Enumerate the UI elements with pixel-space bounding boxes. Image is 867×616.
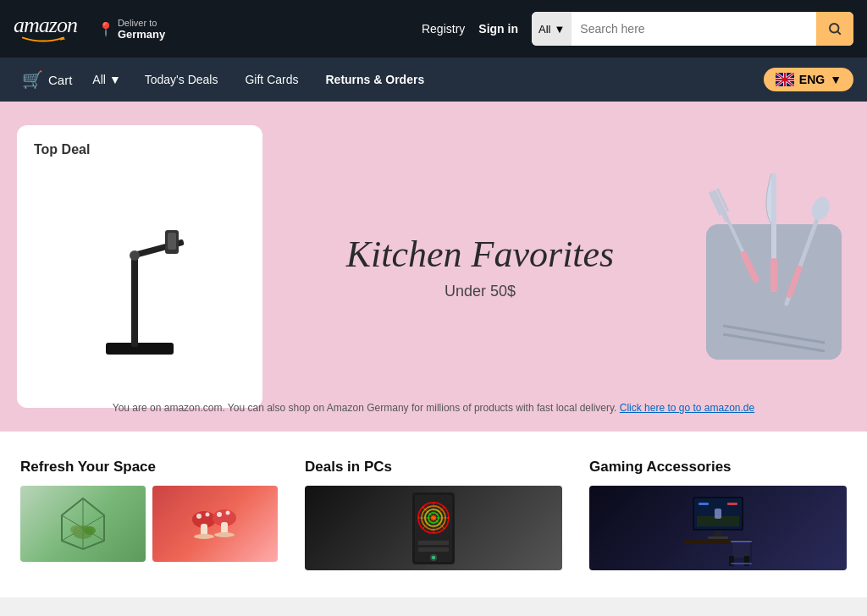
- svg-rect-77: [744, 556, 749, 566]
- search-category-label: All: [538, 23, 550, 36]
- svg-rect-76: [729, 556, 734, 566]
- search-icon: [827, 21, 842, 36]
- phone-stand-image: [34, 168, 246, 391]
- phone-stand-svg: [80, 195, 199, 364]
- todays-deals-link[interactable]: Today's Deals: [133, 73, 230, 86]
- svg-rect-13: [131, 254, 138, 347]
- svg-point-1: [830, 24, 839, 33]
- svg-rect-41: [201, 524, 207, 536]
- kitchen-title: Kitchen Favorites: [346, 233, 615, 276]
- all-chevron: ▼: [109, 73, 121, 86]
- svg-point-62: [432, 556, 435, 559]
- language-button[interactable]: ENG ▼: [764, 68, 853, 91]
- refresh-space-title: Refresh Your Space: [20, 459, 278, 476]
- svg-point-43: [217, 512, 222, 517]
- svg-rect-25: [770, 258, 777, 292]
- secondary-navigation: 🛒 Cart All ▼ Today's Deals Gift Cards Re…: [0, 58, 867, 102]
- svg-point-44: [226, 511, 230, 515]
- gift-cards-link[interactable]: Gift Cards: [233, 73, 310, 86]
- kitchen-subtitle: Under 50$: [445, 283, 516, 300]
- terrarium-image: [20, 486, 146, 562]
- cart-label: Cart: [48, 73, 72, 87]
- search-bar: All ▼: [532, 12, 853, 46]
- cart-button[interactable]: 🛒 Cart: [14, 69, 80, 90]
- location-icon: 📍: [97, 21, 114, 37]
- svg-rect-12: [106, 343, 174, 355]
- deliver-to-label: Deliver to: [118, 18, 165, 28]
- mushroom-cups-image: [152, 486, 278, 562]
- svg-rect-16: [168, 233, 176, 250]
- registry-link[interactable]: Registry: [422, 22, 465, 36]
- deliver-location: Germany: [118, 28, 165, 41]
- amazon-logo-area[interactable]: amazon: [14, 14, 77, 43]
- all-label: All: [92, 73, 106, 86]
- deals-pcs-title: Deals in PCs: [305, 459, 562, 476]
- svg-rect-75: [732, 542, 750, 558]
- gaming-accessories-title: Gaming Accessories: [589, 459, 847, 476]
- all-dropdown-button[interactable]: All ▼: [84, 73, 129, 86]
- signin-link[interactable]: Sign in: [478, 22, 518, 36]
- svg-point-40: [206, 513, 210, 517]
- svg-rect-70: [715, 509, 721, 519]
- gaming-accessories-card[interactable]: Gaming Accessories: [583, 452, 853, 577]
- search-category-chevron: ▼: [554, 23, 565, 36]
- deliver-text: Deliver to Germany: [118, 18, 165, 41]
- top-deal-label: Top Deal: [34, 142, 246, 157]
- bottom-cards-row: Refresh Your Space: [0, 432, 867, 597]
- redirect-link[interactable]: Click here to go to amazon.de: [620, 402, 754, 414]
- svg-point-47: [214, 532, 235, 537]
- lang-label: ENG: [799, 73, 825, 86]
- amazon-smile-icon: [14, 36, 73, 43]
- svg-point-27: [809, 195, 832, 223]
- amazon-logo-text: amazon: [14, 14, 77, 36]
- svg-point-17: [130, 250, 140, 261]
- top-navigation: amazon 📍 Deliver to Germany Registry Sig…: [0, 0, 867, 58]
- amazon-logo: amazon: [14, 14, 77, 43]
- search-category-dropdown[interactable]: All ▼: [532, 12, 572, 46]
- svg-rect-22: [711, 191, 727, 223]
- pc-tower-image: [305, 486, 562, 570]
- svg-point-39: [196, 514, 202, 519]
- cart-icon: 🛒: [22, 69, 43, 90]
- gaming-accessories-images: [589, 486, 847, 570]
- svg-point-36: [70, 525, 82, 534]
- svg-rect-59: [418, 541, 449, 545]
- deliver-to-box[interactable]: 📍 Deliver to Germany: [97, 18, 165, 41]
- svg-rect-79: [731, 563, 752, 564]
- refresh-space-images: [20, 486, 278, 562]
- svg-rect-68: [699, 503, 709, 505]
- deals-pcs-images: [305, 486, 562, 570]
- amazon-redirect-notice: You are on amazon.com. You can also shop…: [0, 400, 867, 416]
- redirect-text: You are on amazon.com. You can also shop…: [113, 402, 617, 414]
- search-input[interactable]: [572, 12, 816, 46]
- svg-point-46: [194, 534, 214, 539]
- uk-flag-icon: [776, 73, 794, 86]
- svg-point-37: [84, 526, 96, 535]
- svg-rect-60: [418, 547, 449, 552]
- hero-center: Kitchen Favorites Under 50$: [279, 102, 681, 432]
- svg-rect-72: [708, 536, 728, 539]
- top-deal-card[interactable]: Top Deal: [17, 125, 262, 408]
- svg-rect-45: [221, 522, 228, 534]
- cutlery-svg: [689, 157, 859, 377]
- lang-chevron: ▼: [830, 73, 842, 86]
- hero-cutlery-image: [681, 102, 867, 432]
- hero-banner: Top Deal Kitchen Favorites Under 50$: [0, 102, 867, 432]
- gaming-desk-image: [589, 486, 847, 570]
- svg-rect-78: [731, 541, 752, 542]
- returns-orders-link[interactable]: Returns & Orders: [314, 73, 437, 86]
- svg-rect-69: [727, 503, 737, 505]
- svg-rect-71: [715, 531, 721, 537]
- refresh-space-card[interactable]: Refresh Your Space: [14, 452, 284, 577]
- svg-line-2: [837, 31, 840, 34]
- deals-pcs-card[interactable]: Deals in PCs: [298, 452, 569, 577]
- search-button[interactable]: [816, 12, 853, 46]
